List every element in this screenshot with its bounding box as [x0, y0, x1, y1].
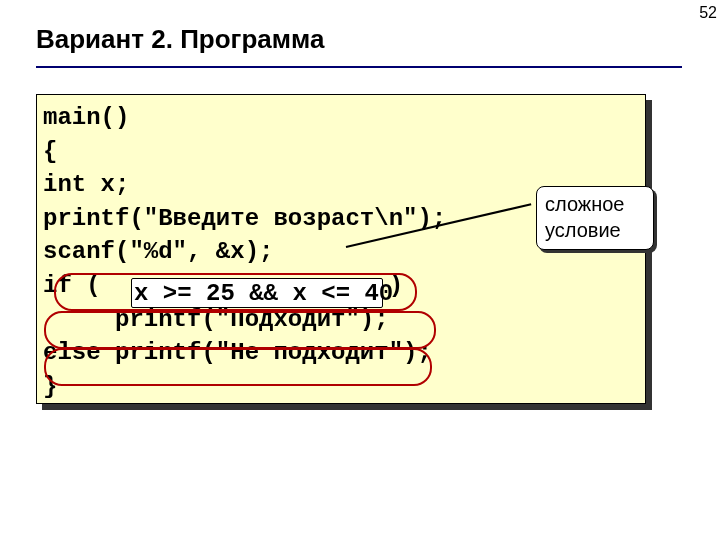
code-line: main() — [43, 104, 129, 131]
highlight-oval-3 — [44, 348, 432, 386]
highlight-oval-2 — [44, 311, 436, 349]
code-line: { — [43, 138, 57, 165]
heading-divider — [36, 66, 682, 68]
code-line: printf("Введите возраст\n"); — [43, 205, 446, 232]
condition-box: x >= 25 && x <= 40 — [131, 278, 383, 308]
callout-box: сложное условие — [536, 186, 654, 250]
page-number: 52 — [699, 4, 717, 22]
code-line: scanf("%d", &x); — [43, 238, 273, 265]
slide-heading: Вариант 2. Программа — [36, 24, 324, 55]
code-line: int x; — [43, 171, 129, 198]
